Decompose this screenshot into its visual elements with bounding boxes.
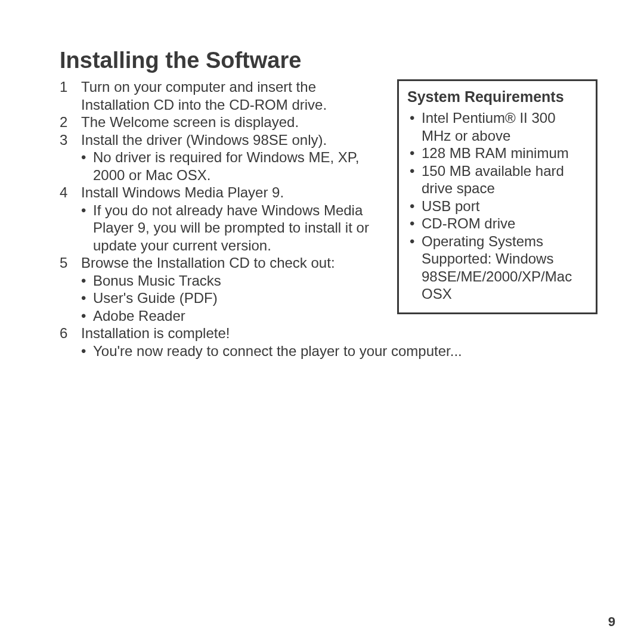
step-text: Install Windows Media Player 9. [81, 184, 284, 200]
sub-list: If you do not already have Windows Media… [81, 202, 597, 255]
page-title: Installing the Software [60, 48, 597, 73]
sub-item: User's Guide (PDF) [81, 289, 597, 307]
step-text: Turn on your computer and insert the Ins… [81, 79, 327, 113]
step-text: Installation is complete! [81, 325, 230, 341]
step-item: The Welcome screen is displayed. [60, 113, 597, 131]
sub-item: No driver is required for Windows ME, XP… [81, 148, 597, 184]
sub-list: You're now ready to connect the player t… [81, 342, 597, 360]
sub-list: No driver is required for Windows ME, XP… [81, 148, 597, 184]
sub-item: Adobe Reader [81, 307, 597, 325]
step-item: Browse the Installation CD to check out:… [60, 254, 597, 324]
step-item: Install the driver (Windows 98SE only). … [60, 131, 597, 184]
sub-item: Bonus Music Tracks [81, 272, 597, 290]
sub-item: If you do not already have Windows Media… [81, 202, 597, 255]
step-item: Install Windows Media Player 9. If you d… [60, 184, 597, 254]
sub-item: You're now ready to connect the player t… [81, 342, 597, 360]
page-number: 9 [608, 614, 615, 630]
step-text: The Welcome screen is displayed. [81, 114, 299, 130]
step-text: Browse the Installation CD to check out: [81, 255, 335, 271]
step-item: Turn on your computer and insert the Ins… [60, 78, 597, 113]
step-text: Install the driver (Windows 98SE only). [81, 132, 327, 148]
main-content: System Requirements Intel Pentium® II 30… [60, 78, 597, 360]
sub-list: Bonus Music Tracks User's Guide (PDF) Ad… [81, 272, 597, 325]
install-steps: Turn on your computer and insert the Ins… [60, 78, 597, 360]
step-item: Installation is complete! You're now rea… [60, 324, 597, 360]
